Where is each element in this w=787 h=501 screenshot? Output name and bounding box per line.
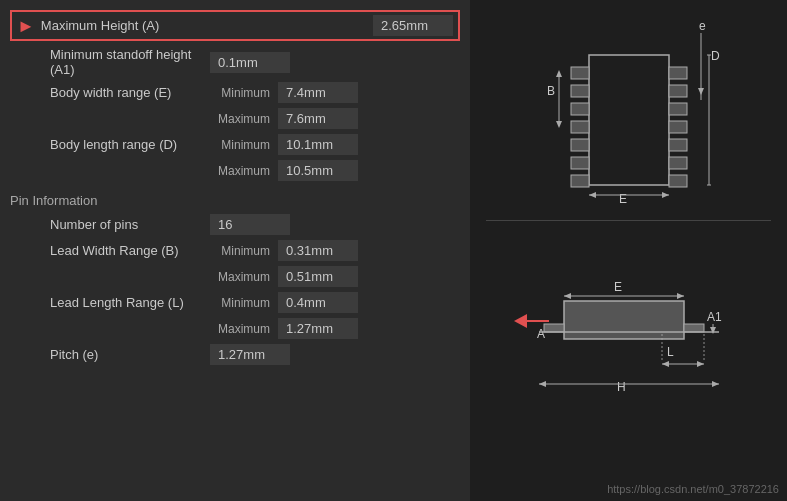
svg-text:L: L bbox=[667, 345, 674, 359]
lead-width-min-label: Minimum bbox=[210, 244, 270, 258]
body-width-min-label: Minimum bbox=[210, 86, 270, 100]
url-text: https://blog.csdn.net/m0_37872216 bbox=[607, 483, 779, 495]
lead-length-max-row: Maximum 1.27mm bbox=[10, 318, 460, 339]
body-length-max-label: Maximum bbox=[210, 164, 270, 178]
min-standoff-value[interactable]: 0.1mm bbox=[210, 52, 290, 73]
svg-marker-26 bbox=[556, 121, 562, 128]
svg-rect-11 bbox=[669, 121, 687, 133]
bottom-diagram: A A1 E L bbox=[470, 221, 787, 441]
top-diagram-svg: e D B E bbox=[529, 15, 729, 205]
svg-marker-54 bbox=[712, 381, 719, 387]
svg-rect-35 bbox=[544, 324, 564, 332]
svg-rect-8 bbox=[669, 67, 687, 79]
max-height-row: ► Maximum Height (A) 2.65mm bbox=[10, 10, 460, 41]
num-pins-label: Number of pins bbox=[50, 217, 210, 232]
lead-width-max-row: Maximum 0.51mm bbox=[10, 266, 460, 287]
body-width-max-value[interactable]: 7.6mm bbox=[278, 108, 358, 129]
svg-rect-10 bbox=[669, 103, 687, 115]
svg-text:H: H bbox=[617, 380, 626, 394]
lead-width-min-row: Lead Width Range (B) Minimum 0.31mm bbox=[10, 240, 460, 261]
svg-marker-40 bbox=[710, 327, 716, 334]
svg-text:D: D bbox=[711, 49, 720, 63]
lead-width-min-value[interactable]: 0.31mm bbox=[278, 240, 358, 261]
body-width-max-label: Maximum bbox=[210, 112, 270, 126]
lead-width-label: Lead Width Range (B) bbox=[50, 243, 210, 258]
body-width-max-row: Maximum 7.6mm bbox=[10, 108, 460, 129]
min-standoff-label: Minimum standoff height (A1) bbox=[50, 47, 210, 77]
pin-info-title: Pin Information bbox=[10, 193, 460, 208]
svg-rect-4 bbox=[571, 121, 589, 133]
lead-length-min-label: Minimum bbox=[210, 296, 270, 310]
svg-rect-14 bbox=[669, 175, 687, 187]
svg-rect-36 bbox=[684, 324, 704, 332]
svg-rect-9 bbox=[669, 85, 687, 97]
svg-rect-1 bbox=[571, 67, 589, 79]
num-pins-row: Number of pins 16 bbox=[10, 214, 460, 235]
svg-rect-5 bbox=[571, 139, 589, 151]
svg-rect-13 bbox=[669, 157, 687, 169]
svg-marker-48 bbox=[697, 361, 704, 367]
svg-rect-3 bbox=[571, 103, 589, 115]
max-height-value[interactable]: 2.65mm bbox=[373, 15, 453, 36]
num-pins-value[interactable]: 16 bbox=[210, 214, 290, 235]
svg-text:B: B bbox=[547, 84, 555, 98]
svg-text:E: E bbox=[614, 280, 622, 294]
lead-length-max-value[interactable]: 1.27mm bbox=[278, 318, 358, 339]
min-standoff-row: Minimum standoff height (A1) 0.1mm bbox=[10, 47, 460, 77]
svg-rect-6 bbox=[571, 157, 589, 169]
svg-rect-0 bbox=[589, 55, 669, 185]
body-length-max-value[interactable]: 10.5mm bbox=[278, 160, 358, 181]
bottom-diagram-svg: A A1 E L bbox=[509, 246, 749, 416]
top-diagram: e D B E bbox=[470, 0, 787, 220]
lead-length-max-label: Maximum bbox=[210, 322, 270, 336]
lead-width-max-value[interactable]: 0.51mm bbox=[278, 266, 358, 287]
svg-marker-29 bbox=[589, 192, 596, 198]
svg-rect-2 bbox=[571, 85, 589, 97]
svg-rect-7 bbox=[571, 175, 589, 187]
svg-rect-12 bbox=[669, 139, 687, 151]
svg-marker-43 bbox=[564, 293, 571, 299]
body-length-label: Body length range (D) bbox=[50, 137, 210, 152]
svg-rect-34 bbox=[564, 301, 684, 339]
svg-text:A1: A1 bbox=[707, 310, 722, 324]
body-length-min-label: Minimum bbox=[210, 138, 270, 152]
pitch-value[interactable]: 1.27mm bbox=[210, 344, 290, 365]
lead-length-label: Lead Length Range (L) bbox=[50, 295, 210, 310]
svg-text:E: E bbox=[619, 192, 627, 205]
right-panel: e D B E bbox=[470, 0, 787, 501]
svg-marker-53 bbox=[539, 381, 546, 387]
svg-marker-31 bbox=[514, 314, 527, 328]
lead-length-min-row: Lead Length Range (L) Minimum 0.4mm bbox=[10, 292, 460, 313]
body-length-min-value[interactable]: 10.1mm bbox=[278, 134, 358, 155]
pitch-label: Pitch (e) bbox=[50, 347, 210, 362]
body-length-max-row: Maximum 10.5mm bbox=[10, 160, 460, 181]
body-length-min-row: Body length range (D) Minimum 10.1mm bbox=[10, 134, 460, 155]
svg-marker-25 bbox=[556, 70, 562, 77]
lead-length-min-value[interactable]: 0.4mm bbox=[278, 292, 358, 313]
body-width-label: Body width range (E) bbox=[50, 85, 210, 100]
lead-width-max-label: Maximum bbox=[210, 270, 270, 284]
svg-marker-44 bbox=[677, 293, 684, 299]
svg-text:e: e bbox=[699, 19, 706, 33]
body-width-min-value[interactable]: 7.4mm bbox=[278, 82, 358, 103]
svg-marker-30 bbox=[662, 192, 669, 198]
body-width-min-row: Body width range (E) Minimum 7.4mm bbox=[10, 82, 460, 103]
max-height-label: Maximum Height (A) bbox=[41, 18, 373, 33]
svg-marker-47 bbox=[662, 361, 669, 367]
pitch-row: Pitch (e) 1.27mm bbox=[10, 344, 460, 365]
arrow-icon: ► bbox=[17, 17, 35, 35]
left-panel: ► Maximum Height (A) 2.65mm Minimum stan… bbox=[0, 0, 470, 501]
